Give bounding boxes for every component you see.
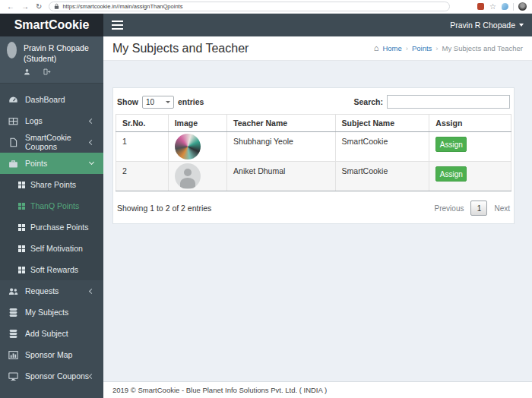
cell-image: [168, 162, 226, 191]
sidebar-item-label: Logs: [25, 116, 43, 125]
table-controls: Show 10 entries Search:: [117, 94, 510, 109]
bar-chart-icon: [8, 350, 18, 360]
select-caret-icon: [166, 101, 170, 103]
sidebar-item-label: Sponsor Map: [25, 350, 72, 359]
sidebar-item-sponsor-map[interactable]: Sponsor Map: [0, 344, 103, 365]
extension-icon[interactable]: [477, 3, 484, 10]
forward-icon[interactable]: →: [21, 3, 29, 11]
chrome-divider: [513, 3, 514, 11]
placeholder-avatar: [175, 163, 201, 189]
padlock-icon: [54, 3, 59, 10]
grid-icon: [18, 224, 21, 227]
assign-button[interactable]: Assign: [435, 137, 467, 152]
content-area: Show 10 entries Search: Sr.No. Image Tea…: [103, 61, 532, 381]
sidebar-item-requests[interactable]: Requests: [0, 280, 103, 302]
breadcrumb-current: My Subjects and Teacher: [442, 44, 524, 52]
pagination: Previous 1 Next: [435, 201, 510, 216]
cell-srno: 1: [116, 132, 169, 162]
logout-icon[interactable]: [43, 68, 51, 75]
user-role: (Student): [24, 53, 99, 64]
chevron-down-icon: [89, 160, 94, 165]
breadcrumb-separator: ›: [435, 44, 438, 52]
cell-teacher: Shubhangi Yeole: [227, 132, 335, 162]
users-icon: [8, 286, 18, 296]
sidebar-item-label: Soft Rewards: [30, 265, 78, 274]
breadcrumb-points[interactable]: Points: [412, 44, 432, 52]
sidebar-item-my-subjects[interactable]: My Subjects: [0, 302, 103, 323]
extension-icon-2[interactable]: [502, 3, 508, 10]
sidebar-item-purchase-points[interactable]: Purchase Points: [0, 216, 103, 238]
user-dropdown[interactable]: Pravin R Chopade: [450, 21, 524, 30]
pagination-next[interactable]: Next: [494, 204, 510, 213]
column-header-assign[interactable]: Assign: [429, 115, 511, 132]
column-header-srno[interactable]: Sr.No.: [116, 115, 169, 132]
sidebar-item-self-motivation[interactable]: Self Motivation: [0, 238, 103, 259]
breadcrumb-home[interactable]: Home: [382, 44, 401, 52]
chevron-left-icon: [89, 289, 94, 294]
sidebar-item-thanq-points[interactable]: ThanQ Points: [0, 195, 103, 216]
monitor-icon: [8, 371, 18, 381]
pagination-page-1[interactable]: 1: [470, 201, 487, 216]
sidebar-item-logs[interactable]: Logs: [0, 110, 103, 131]
sidebar-menu: DashBoard Logs SmartCookie Coupons Point…: [0, 84, 103, 387]
page-title: My Subjects and Teacher: [112, 42, 249, 55]
cell-image: [168, 132, 226, 162]
column-header-subject[interactable]: Subject Name: [335, 115, 429, 132]
user-name: Pravin R Chopade: [24, 43, 99, 53]
search-input[interactable]: [387, 95, 510, 109]
sidebar-item-sponsor-coupons[interactable]: Sponsor Coupons: [0, 365, 103, 387]
table-panel: Show 10 entries Search: Sr.No. Image Tea…: [112, 87, 515, 224]
bookmark-star-icon[interactable]: ☆: [489, 3, 496, 11]
table-row: 1 Shubhangi Yeole SmartCookie Assign: [116, 132, 511, 162]
profile-icon[interactable]: [24, 68, 30, 75]
sidebar-item-share-points[interactable]: Share Points: [0, 174, 103, 195]
sidebar-item-label: Sponsor Coupons: [25, 371, 89, 381]
pagination-previous[interactable]: Previous: [435, 204, 464, 213]
sidebar-user-panel: Pravin R Chopade (Student): [0, 36, 103, 84]
sidebar-item-dashboard[interactable]: DashBoard: [0, 89, 103, 110]
browser-profile-avatar[interactable]: [518, 2, 527, 11]
cell-subject: SmartCookie: [335, 162, 429, 191]
sidebar-item-label: My Subjects: [25, 308, 68, 317]
show-label: Show: [117, 97, 138, 106]
main-area: Pravin R Chopade My Subjects and Teacher…: [103, 14, 532, 398]
sidebar-item-add-subject[interactable]: Add Subject: [0, 323, 103, 344]
chevron-left-icon: [89, 374, 94, 379]
points-submenu: Share Points ThanQ Points Purchase Point…: [0, 174, 103, 280]
reload-icon[interactable]: ↻: [36, 3, 42, 11]
top-navbar: Pravin R Chopade: [103, 14, 532, 36]
table-header-row: Sr.No. Image Teacher Name Subject Name A…: [116, 115, 511, 132]
home-icon: ⌂: [374, 44, 379, 52]
url-text: https://smartcookie.in//main/assignThanQ…: [62, 3, 182, 10]
user-dropdown-label: Pravin R Chopade: [450, 21, 515, 30]
back-icon[interactable]: ←: [7, 3, 14, 11]
cell-teacher: Aniket Dhumal: [227, 162, 335, 191]
cell-assign: Assign: [429, 162, 511, 191]
assign-button[interactable]: Assign: [435, 166, 467, 182]
breadcrumb: ⌂ Home › Points › My Subjects and Teache…: [374, 44, 523, 52]
caret-down-icon: [519, 24, 524, 27]
cell-assign: Assign: [429, 132, 511, 162]
table-row: 2 Aniket Dhumal SmartCookie Assign: [116, 162, 511, 191]
sidebar-item-label: Requests: [25, 286, 59, 295]
search-label: Search:: [353, 97, 383, 106]
database-icon: [8, 329, 18, 339]
app-logo[interactable]: SmartCookie: [0, 14, 103, 36]
sidebar-item-label: Add Subject: [25, 329, 68, 338]
copyright-text: 2019 © SmartCookie - Blue Planet Info So…: [112, 386, 327, 394]
grid-icon: [18, 203, 21, 206]
sidebar-item-soft-rewards[interactable]: Soft Rewards: [0, 259, 103, 280]
grid-icon: [18, 267, 21, 270]
column-header-teacher[interactable]: Teacher Name: [227, 115, 335, 132]
column-header-image[interactable]: Image: [168, 115, 226, 132]
breadcrumb-separator: ›: [406, 44, 408, 52]
sidebar-item-smartcookie-coupons[interactable]: SmartCookie Coupons: [0, 131, 103, 153]
sidebar-toggle-icon[interactable]: [112, 21, 123, 30]
page-size-select[interactable]: 10: [142, 96, 174, 109]
address-bar[interactable]: https://smartcookie.in//main/assignThanQ…: [49, 2, 450, 11]
sidebar-item-points[interactable]: Points: [0, 153, 103, 174]
briefcase-icon: [8, 159, 18, 169]
table-info: Showing 1 to 2 of 2 entries: [117, 204, 211, 213]
sidebar: SmartCookie Pravin R Chopade (Student) D…: [0, 14, 103, 398]
grid-icon: [18, 245, 21, 248]
